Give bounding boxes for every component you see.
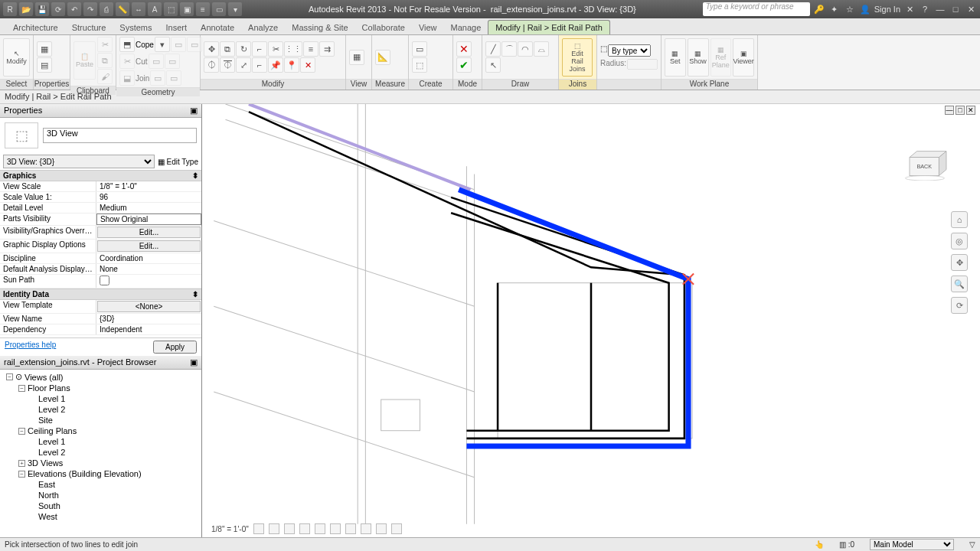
visual-style-icon[interactable] (269, 523, 279, 534)
sunpath-checkbox[interactable] (96, 275, 201, 288)
tree-cp-level2[interactable]: Level 2 (2, 447, 200, 458)
save-icon[interactable]: 💾 (35, 2, 49, 16)
viewport[interactable]: — □ ✕ (202, 104, 980, 537)
dim-icon[interactable]: ↔ (132, 2, 145, 16)
orbit-icon[interactable]: ⟳ (951, 297, 968, 314)
detail-level-value[interactable]: Medium (96, 203, 201, 213)
tab-view[interactable]: View (412, 21, 444, 34)
tree-floor-plans[interactable]: −Floor Plans (2, 383, 200, 393)
trim2-icon[interactable]: ⌐ (252, 57, 267, 73)
tab-annotate[interactable]: Annotate (194, 21, 241, 34)
arc-icon[interactable]: ⌒ (501, 41, 517, 57)
browser-close-icon[interactable]: ▣ (190, 357, 198, 367)
tree-west[interactable]: West (2, 511, 200, 522)
edit-type-button[interactable]: ▦ Edit Type (158, 155, 198, 168)
delete-icon[interactable]: ✕ (300, 57, 315, 73)
section-identity[interactable]: Identity Data⬍ (0, 289, 201, 300)
set-plane-button[interactable]: ▦Set (665, 38, 686, 77)
tree-views-root[interactable]: −⊙ Views (all) (2, 371, 200, 383)
edit-rail-joins-button[interactable]: ⬚Edit Rail Joins (562, 38, 593, 77)
tab-manage[interactable]: Manage (444, 21, 488, 34)
rotate-icon[interactable]: ↻ (236, 41, 251, 57)
crop-region-icon[interactable] (345, 523, 356, 534)
section-graphics[interactable]: Graphics⬍ (0, 170, 201, 181)
tree-south[interactable]: South (2, 500, 200, 511)
cope-button[interactable]: ⬒ (119, 37, 135, 52)
tree-elevations[interactable]: −Elevations (Building Elevation) (2, 468, 200, 479)
close-icon[interactable]: ✕ (965, 3, 977, 15)
drawing-canvas[interactable] (202, 104, 980, 540)
tree-north[interactable]: North (2, 490, 200, 500)
section-icon[interactable]: ▣ (180, 2, 194, 16)
star-icon[interactable]: ☆ (844, 3, 856, 15)
tab-architecture[interactable]: Architecture (6, 21, 65, 34)
select-filter-icon[interactable]: ▽ (969, 540, 975, 549)
wheel-icon[interactable]: ◎ (951, 233, 968, 249)
instance-prop-icon[interactable]: ▤ (37, 57, 52, 73)
thin-lines-icon[interactable]: ≡ (196, 2, 210, 16)
open-icon[interactable]: 📂 (19, 2, 33, 16)
apply-button[interactable]: Apply (153, 341, 197, 354)
arc3-icon[interactable]: ⌓ (534, 41, 549, 57)
help-icon[interactable]: ? (919, 3, 931, 15)
view-ctl-icon[interactable]: ▦ (349, 50, 364, 65)
redo-icon[interactable]: ↷ (83, 2, 97, 16)
cancel-mode-icon[interactable]: ✕ (456, 41, 472, 57)
tab-collaborate[interactable]: Collaborate (355, 21, 412, 34)
measure-icon[interactable]: 📏 (116, 2, 129, 16)
align-icon[interactable]: ≡ (303, 41, 318, 57)
finish-mode-icon[interactable]: ✔ (456, 57, 472, 73)
properties-help-link[interactable]: Properties help (5, 341, 56, 354)
subscription-icon[interactable]: 🔑 (813, 3, 825, 15)
unpin-icon[interactable]: 📍 (284, 57, 299, 73)
zoom-icon[interactable]: 🔍 (951, 276, 968, 292)
workset-select[interactable]: Main Model (870, 539, 954, 550)
properties-close-icon[interactable]: ▣ (190, 106, 198, 116)
detail-level-icon[interactable] (253, 523, 264, 534)
parts-vis-value[interactable]: Show Original (96, 214, 201, 225)
array-icon[interactable]: ⋮⋮ (284, 41, 302, 57)
exchange-icon[interactable]: ✦ (828, 3, 841, 15)
temp-hide-icon[interactable] (376, 523, 387, 534)
tree-ceiling-plans[interactable]: −Ceiling Plans (2, 425, 200, 436)
tree-cp-level1[interactable]: Level 1 (2, 436, 200, 447)
mirror-icon[interactable]: ⏀ (204, 57, 219, 73)
tree-level1[interactable]: Level 1 (2, 393, 200, 404)
tree-level2[interactable]: Level 2 (2, 404, 200, 415)
type-selector[interactable]: 3D View (43, 128, 197, 143)
measure-tool-icon[interactable]: 📐 (375, 50, 390, 65)
tab-systems[interactable]: Systems (113, 21, 158, 34)
shadows-icon[interactable] (299, 523, 310, 534)
scale-icon[interactable]: ⤢ (236, 57, 251, 73)
tab-insert[interactable]: Insert (159, 21, 194, 34)
view-scale-display[interactable]: 1/8" = 1'-0" (211, 525, 249, 533)
view-template-button[interactable]: <None> (97, 301, 201, 312)
view-cube[interactable]: BACK (903, 150, 952, 181)
view-name-value[interactable]: {3D} (96, 314, 201, 324)
create2-icon[interactable]: ⬚ (412, 57, 427, 73)
pan-icon[interactable]: ✥ (951, 254, 968, 271)
move-icon[interactable]: ✥ (204, 41, 219, 57)
type-prop-icon[interactable]: ▦ (37, 41, 52, 57)
minimize-icon[interactable]: — (934, 3, 946, 15)
arc2-icon[interactable]: ◠ (518, 41, 533, 57)
crop-icon[interactable] (330, 523, 341, 534)
sign-in-link[interactable]: Sign In (874, 5, 900, 14)
vg-edit-button[interactable]: Edit... (97, 227, 201, 238)
switch-windows-icon[interactable]: ▾ (228, 2, 242, 16)
modify-tool[interactable]: ↖Modify (3, 38, 30, 77)
print-icon[interactable]: ⎙ (100, 2, 113, 16)
tab-structure[interactable]: Structure (65, 21, 113, 34)
reveal-icon[interactable] (391, 523, 402, 534)
line-icon[interactable]: ╱ (485, 41, 501, 57)
dads-value[interactable]: None (96, 264, 201, 274)
undo-icon[interactable]: ↶ (67, 2, 81, 16)
split-icon[interactable]: ✂ (268, 41, 283, 57)
maximize-icon[interactable]: □ (949, 3, 962, 15)
show-plane-button[interactable]: ▦Show (688, 38, 709, 77)
view-scale-value[interactable]: 1/8" = 1'-0" (96, 181, 201, 191)
join-type-select[interactable]: By type (608, 44, 651, 57)
scale-value-value[interactable]: 96 (96, 192, 201, 202)
press-drag-icon[interactable]: 👆 (815, 540, 824, 549)
tree-site[interactable]: Site (2, 415, 200, 425)
